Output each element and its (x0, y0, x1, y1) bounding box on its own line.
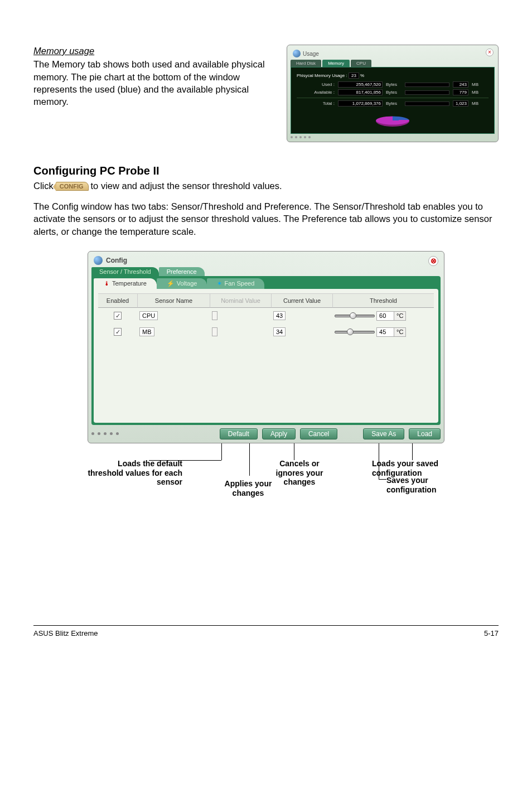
click-pre: Click (33, 181, 54, 191)
used-bytes: 255,467,520 (338, 81, 383, 88)
cpu-nominal-input (212, 311, 217, 320)
memory-usage-title: Memory usage (33, 45, 275, 57)
annotation-save-as: Saves your configuration (386, 476, 465, 495)
annotation-load: Loads your saved configuration (372, 459, 461, 478)
tab-voltage[interactable]: ⚡ Voltage (157, 278, 207, 289)
footer-right: 5-17 (484, 629, 499, 637)
usage-window-titlebar: Usage (291, 49, 495, 59)
usage-window: Usage × Hard Disk Memory CPU Phisycal Me… (287, 45, 499, 142)
used-mb: 243 (453, 81, 468, 88)
mb-nominal-input (212, 327, 217, 336)
apply-button[interactable]: Apply (262, 428, 296, 439)
mb-label-2: MB (472, 90, 478, 95)
memory-usage-text: Memory usage The Memory tab shows both u… (33, 45, 275, 142)
cpu-enabled-checkbox[interactable]: ✓ (114, 312, 122, 320)
thermometer-icon: 🌡 (104, 280, 110, 287)
globe-icon (94, 256, 103, 265)
globe-icon (293, 50, 301, 57)
mb-threshold-unit: °C (394, 327, 406, 337)
available-mb: 779 (453, 89, 468, 95)
phys-mem-label: Phisycal Memory Usage : (297, 73, 347, 78)
total-mb: 1,023 (453, 100, 468, 107)
tab-voltage-label: Voltage (177, 280, 197, 287)
tab-fan-speed-label: Fan Speed (224, 280, 254, 287)
tab-fan-speed[interactable]: ✶ Fan Speed (207, 278, 264, 289)
total-label: Total : (307, 101, 335, 106)
config-description: The Config window has two tabs: Sensor/T… (33, 200, 499, 238)
col-enabled: Enabled (98, 293, 137, 308)
default-button[interactable]: Default (220, 428, 258, 439)
cpu-threshold-value[interactable]: 60 (376, 311, 394, 321)
footer-left: ASUS Blitz Extreme (33, 629, 98, 637)
bytes-label: Bytes (386, 82, 402, 87)
phys-mem-percent: 23 (349, 73, 359, 79)
tab-sensor-threshold[interactable]: Sensor / Threshold (91, 267, 159, 276)
total-bar (405, 102, 449, 106)
bytes-label-2: Bytes (386, 90, 402, 95)
tab-cpu[interactable]: CPU (351, 60, 371, 67)
page-footer: ASUS Blitz Extreme 5-17 (33, 625, 499, 637)
resize-grip-icon (291, 136, 495, 138)
config-window-titlebar: Config (91, 255, 441, 266)
tab-temperature[interactable]: 🌡 Temperature (94, 278, 157, 289)
cancel-button[interactable]: Cancel (300, 428, 337, 439)
used-label: Used : (307, 82, 335, 87)
config-window-title: Config (106, 257, 127, 264)
tab-temperature-label: Temperature (112, 280, 147, 287)
table-row: ✓ CPU 43 60°C (98, 308, 434, 324)
config-tab-inline-image: CONFIG (56, 182, 89, 191)
total-bytes: 1,072,869,376 (338, 100, 383, 107)
table-row: ✓ MB 34 45°C (98, 324, 434, 340)
click-instruction: Click CONFIG to view and adjust the sens… (33, 181, 499, 191)
mb-threshold-value[interactable]: 45 (376, 327, 394, 337)
tab-hard-disk[interactable]: Hard Disk (291, 60, 321, 67)
mb-label: MB (472, 82, 478, 87)
col-sensor-name: Sensor Name (137, 293, 210, 308)
col-nominal-value: Nominal Value (210, 293, 271, 308)
mb-current-input: 34 (273, 327, 286, 336)
annotation-cancel: Cancels or ignores your changes (266, 459, 333, 487)
available-bytes: 817,401,856 (338, 89, 383, 95)
bolt-icon: ⚡ (167, 280, 175, 287)
fan-icon: ✶ (217, 280, 222, 287)
annotation-default: Loads the default threshold values for e… (88, 459, 182, 487)
usage-window-title: Usage (303, 51, 319, 57)
cpu-threshold-slider[interactable] (335, 311, 375, 320)
click-post: to view and adjust the sensor threshold … (91, 181, 282, 191)
mb-enabled-checkbox[interactable]: ✓ (114, 328, 122, 336)
available-bar (405, 90, 449, 95)
cpu-current-input: 43 (273, 311, 286, 320)
close-icon[interactable]: ⊗ (428, 256, 438, 266)
annotation-layer: Loads the default threshold values for e… (88, 447, 444, 514)
config-window: Config ⊗ Sensor / Threshold Preference 🌡… (88, 251, 444, 443)
memory-pie-chart (376, 109, 409, 128)
bytes-label-3: Bytes (386, 101, 402, 106)
cpu-threshold-unit: °C (394, 311, 406, 321)
close-icon[interactable]: × (486, 49, 494, 56)
memory-usage-paragraph: The Memory tab shows both used and avail… (33, 59, 265, 107)
cpu-name-input[interactable]: CPU (139, 311, 158, 320)
tab-preference[interactable]: Preference (159, 267, 205, 276)
percent-suffix: % (360, 73, 364, 78)
used-bar (405, 83, 449, 87)
load-button[interactable]: Load (409, 428, 441, 439)
col-threshold: Threshold (332, 293, 434, 308)
save-as-button[interactable]: Save As (363, 428, 404, 439)
col-current-value: Current Value (271, 293, 332, 308)
mb-threshold-slider[interactable] (335, 327, 375, 336)
resize-grip-icon (91, 432, 119, 435)
usage-body: Phisycal Memory Usage : 23 % Used : 255,… (291, 67, 495, 134)
mb-label-3: MB (472, 101, 478, 106)
mb-name-input[interactable]: MB (139, 327, 154, 336)
section-heading: Configuring PC Probe II (33, 165, 499, 177)
sensor-table: Enabled Sensor Name Nominal Value Curren… (98, 293, 434, 340)
available-label: Available : (307, 90, 335, 95)
tab-memory[interactable]: Memory (322, 60, 350, 67)
